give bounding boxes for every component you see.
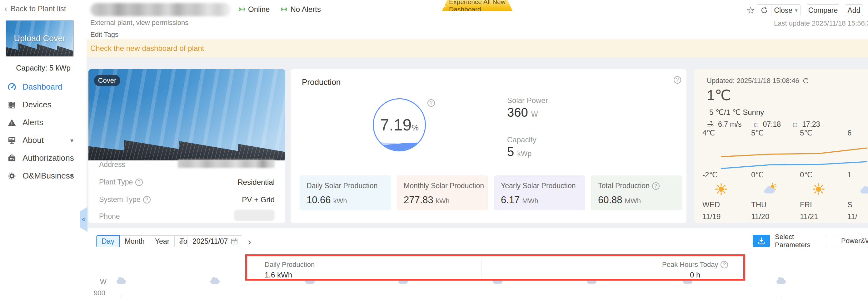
solar-power-unit: W xyxy=(531,110,538,119)
help-icon[interactable]: ? xyxy=(652,182,660,190)
solar-power-number: 360 xyxy=(507,105,528,120)
stat-unit: kWh xyxy=(333,197,347,205)
power-weather-button[interactable]: Power&Weat xyxy=(833,235,868,247)
stat-value: 6.17 MWh xyxy=(501,194,578,206)
capacity-unit: kWp xyxy=(517,150,531,158)
gauge-unit: % xyxy=(411,123,418,132)
monthly-solar-production-card: Monthly Solar Production 277.83 kWh xyxy=(397,175,488,210)
new-dashboard-notice-link[interactable]: Check the new dashboard of plant xyxy=(90,44,204,53)
no-alerts-status: No Alerts xyxy=(280,5,320,14)
cloudy-icon xyxy=(847,182,868,196)
plant-type-value: Residential xyxy=(238,178,275,187)
sunrise-time: 07:18 xyxy=(763,120,781,129)
stat-unit: MWh xyxy=(625,197,641,205)
upload-cover-thumbnail[interactable]: Upload Cover xyxy=(6,20,74,57)
prev-date-arrow[interactable]: ‹ xyxy=(179,237,183,246)
capacity-value: 5 kWp xyxy=(507,145,531,159)
next-date-arrow[interactable]: › xyxy=(248,237,251,246)
solar-power-value: 360 W xyxy=(507,105,538,120)
forecast-date: 11/19 xyxy=(703,212,740,221)
divider xyxy=(481,259,482,276)
phone-label: Phone xyxy=(99,212,120,221)
total-production-card: Total Production ? 60.88 MWh xyxy=(591,175,682,210)
sunny-icon xyxy=(800,182,837,196)
chart-weather-icon xyxy=(776,280,786,284)
wind-icon xyxy=(707,121,714,128)
stat-unit: MWh xyxy=(522,197,538,205)
banner-label: Experience All New Dashboard xyxy=(449,0,513,13)
sidebar-item-label: Devices xyxy=(23,100,51,109)
sunset-time: 17:23 xyxy=(802,120,820,129)
gauge-value: 7.19 % xyxy=(374,99,425,151)
chevron-down-icon: ▾ xyxy=(70,172,73,180)
peak-hours-label: Peak Hours Today ? xyxy=(662,261,728,269)
online-label: Online xyxy=(248,5,270,14)
gauge-number: 7.19 xyxy=(380,115,411,134)
select-parameters-button[interactable]: Select Parameters xyxy=(775,235,827,247)
gridline-vertical xyxy=(310,294,310,299)
sidebar-item-alerts[interactable]: Alerts xyxy=(0,113,87,131)
production-card: Production ? 7.19 % ? Solar Power 360 W … xyxy=(290,69,686,223)
stat-number: 60.88 xyxy=(598,194,622,206)
tab-year[interactable]: Year xyxy=(150,235,175,247)
online-status: Online xyxy=(238,5,270,14)
back-label: Back to Plant list xyxy=(11,4,66,13)
experience-dashboard-banner[interactable]: Experience All New Dashboard xyxy=(442,0,513,11)
chart-weather-icon xyxy=(210,280,220,284)
refresh-icon[interactable] xyxy=(802,77,809,84)
forecast-day: S xyxy=(847,200,868,209)
daily-solar-production-card: Daily Solar Production 10.66 kWh xyxy=(300,175,391,210)
plant-info-card: Cover Address Plant Type ? Residential S… xyxy=(88,69,285,223)
help-icon[interactable]: ? xyxy=(143,196,151,203)
weather-card: Updated: 2025/11/18 15:08:46 1℃ -5 ℃/1 ℃… xyxy=(694,69,868,223)
help-icon[interactable]: ? xyxy=(135,178,143,186)
signal-icon xyxy=(238,6,246,13)
sidebar-item-about[interactable]: About ▾ xyxy=(0,131,87,149)
tab-month[interactable]: Month xyxy=(119,235,150,247)
weather-summary: -5 ℃/1 ℃ Sunny xyxy=(707,108,764,117)
production-title: Production xyxy=(302,77,341,87)
stat-label: Total Production ? xyxy=(598,181,676,190)
chevron-down-icon: ▾ xyxy=(795,7,798,14)
close-button[interactable]: Close ▾ xyxy=(771,5,800,16)
forecast-day: WED xyxy=(703,200,740,209)
peak-hours-summary: Peak Hours Today ? 0 h xyxy=(662,261,728,279)
highlight-annotation-box: Daily Production 1.6 kWh Peak Hours Toda… xyxy=(245,254,745,280)
sidebar-item-om-business[interactable]: O&MBusiness ▾ xyxy=(0,167,87,185)
help-icon[interactable]: ? xyxy=(428,99,435,107)
close-label: Close xyxy=(774,6,793,15)
sidebar-menu: Dashboard Devices Alerts About ▾ xyxy=(0,78,87,185)
phone-value-redacted xyxy=(234,210,275,221)
forecast-low: 0℃ xyxy=(800,170,837,179)
sidebar-item-label: O&MBusiness xyxy=(23,171,74,181)
notice-bar: Check the new dashboard of plant xyxy=(87,39,868,57)
back-to-plant-list[interactable]: ‹ Back to Plant list xyxy=(4,4,66,13)
forecast-low: 0℃ xyxy=(751,170,788,179)
capacity-ratio-gauge: 7.19 % xyxy=(373,98,426,152)
stat-value: 277.83 kWh xyxy=(404,194,481,206)
sidebar-item-authorizations[interactable]: Authorizations xyxy=(0,149,87,167)
sunset-icon: ☼ xyxy=(792,120,798,129)
favorite-star-icon[interactable]: ☆ xyxy=(746,5,755,15)
signal-icon xyxy=(280,6,288,13)
help-icon[interactable]: ? xyxy=(720,261,728,268)
chart-weather-icon xyxy=(117,280,126,284)
refresh-icon[interactable] xyxy=(757,5,771,16)
stat-number: 10.66 xyxy=(307,194,331,206)
gridline-vertical xyxy=(592,294,592,299)
sidebar-item-dashboard[interactable]: Dashboard xyxy=(0,78,87,96)
forecast-high: 5℃ xyxy=(800,129,837,137)
date-picker[interactable]: 2025/11/07 xyxy=(187,235,242,247)
y-axis-tick: 900 xyxy=(94,289,105,297)
help-icon[interactable]: ? xyxy=(674,76,681,84)
compare-button[interactable]: Compare xyxy=(807,4,839,16)
download-button[interactable] xyxy=(753,235,770,247)
forecast-date: 11/20 xyxy=(751,212,788,221)
add-button[interactable]: Add xyxy=(845,4,863,16)
gridline-vertical xyxy=(688,294,688,299)
edit-tags-link[interactable]: Edit Tags xyxy=(90,31,118,39)
no-alerts-label: No Alerts xyxy=(290,5,320,14)
sidebar-item-devices[interactable]: Devices xyxy=(0,96,87,113)
sidebar-item-label: About xyxy=(23,135,44,145)
tab-day[interactable]: Day xyxy=(96,235,120,247)
